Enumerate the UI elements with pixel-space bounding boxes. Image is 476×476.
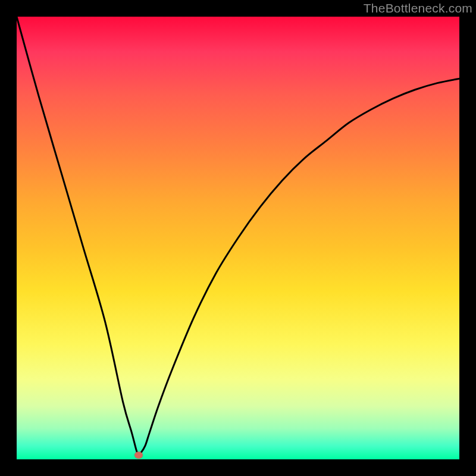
watermark-text: TheBottleneck.com (364, 1, 472, 15)
chart-frame: TheBottleneck.com (0, 0, 476, 476)
plot-area (17, 17, 459, 459)
minimum-marker (134, 452, 143, 459)
bottleneck-curve (17, 17, 459, 459)
